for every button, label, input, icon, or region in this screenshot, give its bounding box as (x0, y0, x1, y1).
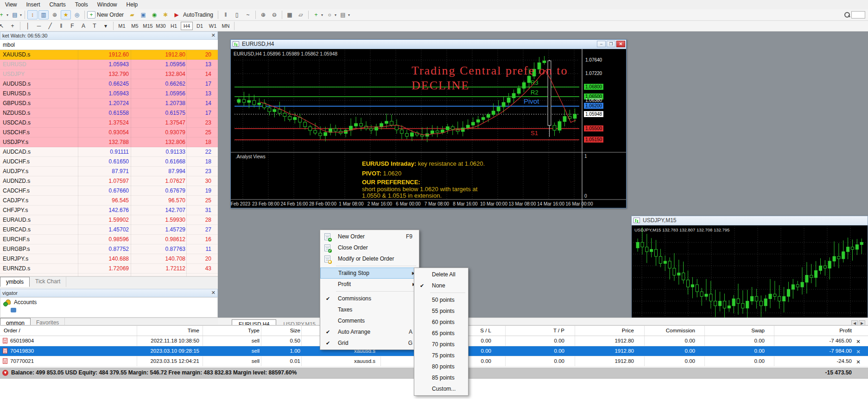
timeframe-m30-button[interactable]: M30 (155, 22, 167, 30)
chart-area-eurusd[interactable]: EURUSD,H4 1.05896 1.05989 1.05862 1.0594… (231, 49, 626, 208)
navigator-close-icon[interactable]: ✕ (211, 290, 215, 296)
metaeditor-icon[interactable]: ▣ (138, 10, 148, 19)
menu-item-auto-arrange[interactable]: ✔Auto ArrangeA (320, 326, 419, 337)
terminal-column-profit[interactable]: Profit (839, 328, 852, 333)
terminal-column-order[interactable]: Order / (4, 328, 20, 333)
terminal-column-swap[interactable]: Swap (751, 328, 765, 333)
horizontal-line-icon[interactable]: ─ (34, 21, 44, 31)
terminal-column-type[interactable]: Type (248, 328, 260, 333)
terminal-column-size[interactable]: Size (290, 328, 300, 333)
market-watch-row-eurchf.s[interactable]: EURCHF.s0.985960.9861216 (0, 235, 218, 244)
market-watch-row-gbpusd.s[interactable]: GBPUSD.s1.207241.2073814 (0, 99, 218, 108)
menu-item-new-order[interactable]: +New OrderF9 (320, 231, 419, 242)
search-icon[interactable] (844, 12, 850, 18)
market-watch-row-audjpy.s[interactable]: AUDJPY.s87.97187.99423 (0, 167, 218, 176)
options-icon[interactable]: ✱ (160, 10, 171, 19)
market-watch-row-xauusd.s[interactable]: XAUUSD.s1912.601912.8020 (0, 50, 218, 60)
menu-item-55-points[interactable]: 55 points (414, 305, 468, 317)
menu-item-close-order[interactable]: ✓Close Order (320, 242, 419, 253)
trendline-icon[interactable]: ╱ (45, 21, 55, 31)
vertical-line-icon[interactable]: │ (23, 21, 33, 31)
autotrading-icon[interactable]: ▶ (171, 10, 182, 19)
chart-window-titlebar-inactive[interactable]: USDJPY,M15 (632, 216, 868, 225)
terminal-column-price[interactable]: Price (622, 328, 634, 333)
market-watch-row-audchf.s[interactable]: AUDCHF.s0.616500.6166818 (0, 157, 218, 167)
cursor-icon[interactable]: ↖ (0, 21, 6, 31)
market-watch-row-cadjpy.s[interactable]: CADJPY.s96.54596.57025 (0, 196, 218, 206)
menu-item-taxes[interactable]: Taxes (320, 304, 419, 315)
menu-insert[interactable]: Insert (21, 0, 44, 9)
menu-item-modify-or-delete-order[interactable]: ✱Modify or Delete Order (320, 253, 419, 264)
menu-item-commissions[interactable]: ✔Commissions (320, 293, 419, 304)
crosshair-icon[interactable]: + (7, 21, 18, 31)
templates-icon[interactable]: ▤ (338, 10, 348, 19)
timeframe-m5-button[interactable]: M5 (129, 22, 141, 30)
equidistant-channel-icon[interactable]: ‖ (56, 21, 66, 31)
market-watch-row-audnzd.s[interactable]: AUDNZD.s1.075971.0762730 (0, 176, 218, 186)
market-watch-close-icon[interactable]: ✕ (211, 32, 215, 38)
navigator-item-accounts[interactable]: Accounts (0, 298, 217, 307)
minimize-icon[interactable]: – (597, 41, 606, 47)
candlestick-chart-icon[interactable]: ▯ (232, 10, 242, 19)
market-watch-row-eurgbp.s[interactable]: EURGBP.s0.877520.8776311 (0, 244, 218, 254)
timeframe-w1-button[interactable]: W1 (207, 22, 219, 30)
menu-item-trailing-stop[interactable]: Trailing Stop▶ (320, 268, 419, 279)
market-watch-row-eurusd.s[interactable]: EURUSD.s1.059431.0595613 (0, 89, 218, 99)
chart-plus-icon-dropdown[interactable]: ▾ (6, 13, 8, 17)
menu-item-comments[interactable]: Comments (320, 315, 419, 326)
market-watch-row-usdjpy[interactable]: USDJPY132.790132.80414 (0, 69, 218, 79)
profiles-icon-dropdown[interactable]: ▾ (20, 13, 22, 17)
terminal-column-time[interactable]: Time (188, 328, 199, 333)
market-watch-icon[interactable]: ↕ (27, 10, 38, 19)
zoom-out-icon[interactable]: ⊖ (269, 10, 279, 19)
text-icon[interactable]: A (78, 21, 89, 31)
terminal-column-tp[interactable]: T / P (553, 328, 564, 333)
chart-plus-icon[interactable]: + (0, 10, 6, 19)
new-order-label[interactable]: New Order (97, 12, 124, 18)
market-watch-row-usdchf.s[interactable]: USDCHF.s0.930540.9307925 (0, 128, 218, 137)
profiles-icon[interactable]: ▤ (10, 10, 20, 19)
market-watch-row-eurcad.s[interactable]: EURCAD.s1.457021.4572927 (0, 225, 218, 235)
close-icon[interactable]: ✕ (616, 41, 625, 47)
market-watch-row-euraud.s[interactable]: EURAUD.s1.599021.5993028 (0, 215, 218, 225)
data-window-icon[interactable]: ▥ (38, 10, 49, 19)
market-watch-row-usdcad.s[interactable]: USDCAD.s1.375241.3754723 (0, 118, 218, 128)
menu-item-70-points[interactable]: 70 points (414, 339, 468, 350)
market-watch-row-usdjpy.s[interactable]: USDJPY.s132.788132.80618 (0, 137, 218, 147)
menu-help[interactable]: Help (122, 0, 143, 9)
timeframe-d1-button[interactable]: D1 (194, 22, 206, 30)
timeframe-h1-button[interactable]: H1 (168, 22, 180, 30)
market-watch-row-cadchf.s[interactable]: CADCHF.s0.676600.6767919 (0, 186, 218, 196)
shapes-icon[interactable]: ▾ (101, 21, 111, 31)
menu-item-profit[interactable]: Profit▶ (320, 279, 419, 290)
menu-item-85-points[interactable]: 85 points (414, 372, 468, 383)
market-watch-row-audusd.s[interactable]: AUDUSD.s0.662450.6626217 (0, 79, 218, 89)
signals-icon[interactable]: ◉ (149, 10, 159, 19)
fibonacci-icon[interactable]: F (67, 21, 77, 31)
menu-item-50-points[interactable]: 50 points (414, 294, 468, 305)
timeframe-m1-button[interactable]: M1 (116, 22, 128, 30)
zoom-in-icon[interactable]: ⊕ (258, 10, 268, 19)
market-watch-header[interactable]: mbol Bid Ask ! (0, 40, 218, 50)
market-watch-row-nzdusd.s[interactable]: NZDUSD.s0.615580.6157517 (0, 108, 218, 118)
new-order-icon[interactable]: + (87, 11, 95, 19)
templates-icon-dropdown[interactable]: ▾ (348, 13, 350, 17)
menu-item-custom-[interactable]: Custom... (414, 383, 468, 394)
market-watch-row-eurusd[interactable]: EURUSD1.059431.0595613 (0, 60, 218, 69)
strategy-tester-icon[interactable]: ◎ (72, 10, 82, 19)
line-chart-icon[interactable]: ~ (243, 10, 253, 19)
menu-item-80-points[interactable]: 80 points (414, 361, 468, 372)
close-order-icon[interactable]: ✕ (856, 349, 861, 355)
timeframe-mn-button[interactable]: MN (220, 22, 232, 30)
menu-item-65-points[interactable]: 65 points (414, 328, 468, 339)
terminal-column-commission[interactable]: Commission (666, 328, 695, 333)
tile-windows-icon[interactable]: ▦ (285, 10, 295, 19)
market-watch-row-audcad.s[interactable]: AUDCAD.s0.911110.9113322 (0, 147, 218, 157)
autotrading-label[interactable]: AutoTrading (183, 12, 213, 18)
menu-window[interactable]: Window (93, 0, 122, 9)
search-input[interactable] (851, 11, 865, 19)
history-center-icon[interactable]: ▰ (127, 10, 137, 19)
navigator-icon[interactable]: ⊕ (50, 10, 60, 19)
menu-item-delete-all[interactable]: Delete All (414, 269, 468, 280)
timeframe-m15-button[interactable]: M15 (142, 22, 154, 30)
